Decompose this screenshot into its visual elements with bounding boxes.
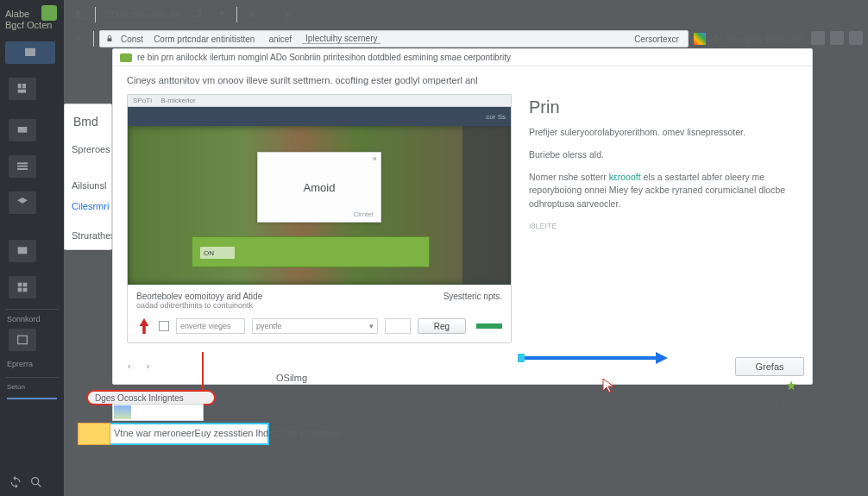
search-icon[interactable]	[29, 475, 43, 489]
highlight-dropdown[interactable]	[112, 404, 204, 421]
svg-rect-1	[18, 84, 22, 88]
kebab-menu-icon[interactable]: ⋯	[770, 397, 783, 407]
green-indicator	[476, 323, 502, 329]
side-media[interactable]	[9, 240, 36, 262]
side-label-1: Sonnkord	[7, 315, 64, 323]
side-layers[interactable]	[9, 191, 36, 214]
main-panel: re bin prn anilockk ilertum nomginl ADo …	[112, 48, 813, 385]
svg-line-15	[38, 484, 41, 487]
svg-rect-6	[17, 166, 28, 167]
sync-icon[interactable]	[9, 475, 22, 489]
primary-button[interactable]: Grefas	[735, 357, 804, 376]
refresh-icon[interactable]	[711, 34, 721, 44]
address-bar: Const Corm prtcndar entinitistten anicef…	[71, 29, 816, 48]
svg-rect-0	[25, 48, 35, 56]
card-head: SPoTIB-mickerior	[128, 95, 511, 107]
sys-icon-1[interactable]	[811, 31, 825, 45]
highlight-strip	[78, 423, 110, 445]
card-foot-title: Beortebolev eomoitoyy arid Atide	[136, 292, 262, 301]
panel-item-2[interactable]: Cilesrmri	[65, 196, 111, 217]
breadcrumb[interactable]: Cersortexcr	[631, 35, 682, 44]
svg-rect-5	[17, 163, 28, 165]
titlebar-icons	[811, 31, 863, 45]
svg-rect-11	[18, 288, 22, 292]
preview-card: SPoTIB-mickerior cor Ss × Amoid Cirntet …	[127, 94, 512, 343]
thumb-titlebar: cor Ss	[128, 107, 511, 126]
thumb-badge: ON	[200, 247, 235, 259]
side-float[interactable]	[9, 119, 36, 141]
toolbar: DO noftimenits tle	[71, 3, 299, 26]
chevron-down-icon[interactable]	[71, 30, 88, 47]
side-files[interactable]	[9, 78, 36, 100]
svg-rect-7	[17, 168, 28, 170]
blue-right-arrow-icon	[518, 352, 668, 364]
side-schedule[interactable]	[9, 329, 36, 351]
toolbar-title: DO noftimenits tle	[101, 9, 183, 20]
up-arrow-icon[interactable]	[212, 5, 231, 24]
right-p1: Prefijer suleryoorolabyorerithom. omev l…	[529, 126, 798, 140]
play-icon[interactable]	[242, 5, 261, 24]
panel-item-0[interactable]: Spreroes	[65, 139, 111, 160]
status-dot-icon	[120, 53, 132, 62]
red-up-arrow-icon	[136, 317, 152, 336]
card-foot-right: Syestteric npts.	[443, 292, 502, 310]
pager: ‹ ›	[128, 361, 149, 371]
star-icon[interactable]	[785, 380, 797, 392]
right-small: I8LEITE	[529, 222, 798, 230]
inline-link[interactable]: kεroooft	[609, 172, 641, 182]
panel-toggle-icon[interactable]	[71, 5, 90, 24]
svg-rect-19	[108, 38, 112, 41]
pager-next[interactable]: ›	[147, 361, 150, 371]
pager-prev[interactable]: ‹	[128, 361, 131, 371]
checkbox[interactable]	[159, 321, 169, 331]
svg-rect-2	[22, 84, 26, 88]
thumbnail: cor Ss × Amoid Cirntet ON	[128, 107, 511, 285]
side-panel-head: Bmd	[65, 108, 111, 139]
panel-item-3[interactable]: Strurathes	[65, 225, 111, 246]
side-home[interactable]	[5, 41, 55, 64]
number-input[interactable]	[385, 318, 411, 334]
svg-rect-3	[18, 90, 26, 93]
svg-rect-18	[194, 10, 200, 16]
sys-icon-2[interactable]	[830, 31, 844, 45]
right-p3: Nomer nshe sotterr kεroooft els a sestar…	[529, 171, 798, 211]
svg-rect-9	[18, 283, 22, 287]
svg-rect-4	[18, 127, 28, 133]
svg-rect-12	[23, 288, 28, 292]
reg-button[interactable]: Reg	[418, 318, 466, 334]
cursor-icon	[602, 378, 614, 393]
color-square-icon[interactable]	[694, 33, 706, 45]
svg-rect-8	[18, 248, 28, 254]
thumb-icon	[114, 405, 131, 419]
svg-rect-13	[18, 336, 28, 344]
panel-item-1[interactable]: Ailsiunsl	[65, 175, 111, 196]
svg-rect-17	[79, 10, 85, 18]
svg-rect-10	[23, 283, 28, 287]
dropdown[interactable]: pyentfe▾	[252, 318, 378, 334]
svg-rect-16	[76, 10, 79, 18]
side-grid[interactable]	[9, 276, 36, 298]
svg-rect-21	[518, 354, 525, 362]
side-label-3: Seton	[7, 383, 64, 391]
brand-icon	[41, 5, 57, 21]
app-sidebar: AlabeBgcf Octen Sonnkord Eprerra Seton	[0, 0, 64, 496]
card-foot-sub: oadad oditrerthinits to contuinontk	[136, 301, 262, 310]
center-label: OSilmg	[276, 373, 307, 383]
side-label-2: Eprerra	[7, 360, 64, 368]
sys-icon-3[interactable]	[849, 31, 863, 45]
close-icon[interactable]: ×	[373, 154, 377, 163]
right-p2: Buriebe olerss ald.	[529, 148, 798, 162]
flag-icon[interactable]	[280, 5, 299, 24]
side-panel: Bmd Spreroes Ailsiunsl Cilesrmri Strurat…	[64, 104, 112, 250]
option-label: enverte vieges	[176, 318, 245, 334]
intro-text: Cineys anttonitov vm onoov illeve surilt…	[113, 66, 812, 94]
address-right: Illeregors Tstoct Gdl	[694, 33, 816, 45]
svg-point-14	[32, 478, 39, 485]
info-bar: re bin prn anilockk ilertum nomginl ADo …	[113, 49, 812, 66]
right-title: Prin	[529, 97, 798, 117]
thumb-dialog: × Amoid Cirntet	[257, 152, 381, 223]
pop-out-icon[interactable]	[188, 5, 207, 24]
side-list[interactable]	[9, 155, 36, 178]
address-field[interactable]: Const Corm prtcndar entinitistten anicef…	[99, 30, 689, 47]
lock-icon	[105, 35, 114, 43]
